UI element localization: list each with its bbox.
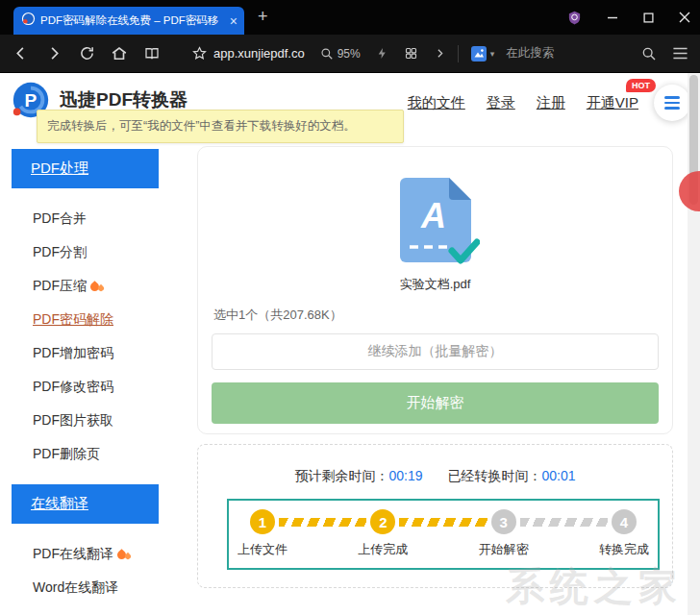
- sidebar-item-pdf-split[interactable]: PDF分割: [12, 235, 159, 269]
- hint-tooltip-text: 完成转换后，可至“我的文件”中查看并下载转换好的文档。: [47, 119, 356, 133]
- fire-icon: [117, 548, 131, 561]
- zoom-control[interactable]: 95%: [320, 47, 361, 61]
- file-panel: A 实验文档.pdf 选中1个（共207.68K） 继续添加（批量解密） 开始解…: [197, 146, 673, 434]
- add-more-button[interactable]: 继续添加（批量解密）: [212, 333, 659, 370]
- browser-titlebar: PDF密码解除在线免费 – PDF密码移 × +: [0, 0, 700, 35]
- step-label-4: 转换完成: [597, 541, 651, 558]
- shield-icon[interactable]: [567, 10, 582, 26]
- sidebar-item-pdf-change-password[interactable]: PDF修改密码: [12, 370, 159, 404]
- elapsed-time-value: 00:01: [542, 468, 576, 483]
- time-info: 预计剩余时间：00:19已经转换时间：00:01: [198, 468, 672, 485]
- minimize-button[interactable]: [607, 12, 618, 23]
- svg-text:P: P: [25, 90, 38, 111]
- tool-caret-icon[interactable]: ▾: [490, 49, 495, 59]
- site-favicon-icon: [21, 12, 36, 30]
- chevron-right-icon[interactable]: [434, 47, 446, 60]
- sidebar-section-translate[interactable]: 在线翻译: [12, 484, 159, 524]
- forward-icon[interactable]: [45, 44, 63, 62]
- remaining-time-label: 预计剩余时间：: [294, 468, 388, 483]
- close-button[interactable]: [679, 12, 690, 23]
- scrollbar-thumb[interactable]: [689, 75, 698, 205]
- apps-grid-icon[interactable]: [404, 46, 418, 61]
- sidebar-item-pdf-compress[interactable]: PDF压缩: [12, 269, 159, 303]
- svg-text:A: A: [420, 196, 446, 235]
- tab-close-icon[interactable]: ×: [230, 14, 238, 28]
- step-circle-4: 4: [612, 509, 637, 534]
- step-circle-2: 2: [370, 509, 395, 534]
- sidebar: PDF处理 PDF合并 PDF分割 PDF压缩 PDF密码解除 PDF增加密码 …: [12, 149, 159, 615]
- tab-title: PDF密码解除在线免费 – PDF密码移: [40, 13, 225, 28]
- nav-register[interactable]: 注册: [537, 94, 565, 112]
- bookmark-star-icon[interactable]: [191, 45, 208, 62]
- nav-login[interactable]: 登录: [487, 94, 515, 112]
- hint-tooltip: 完成转换后，可至“我的文件”中查看并下载转换好的文档。: [37, 110, 404, 143]
- back-icon[interactable]: [12, 44, 30, 62]
- reading-mode-icon[interactable]: [143, 45, 161, 62]
- step-circle-1: 1: [250, 509, 275, 534]
- browser-tab[interactable]: PDF密码解除在线免费 – PDF密码移 ×: [13, 7, 244, 35]
- zoom-magnifier-icon: [320, 47, 334, 61]
- step-circle-3: 3: [491, 509, 516, 534]
- progress-steps: 1 2 3 4 上传文件 上传完成 开始解密 转换完成: [227, 499, 660, 570]
- progress-bar-3: [520, 518, 608, 527]
- remaining-time-value: 00:19: [388, 468, 422, 483]
- fire-icon: [90, 280, 104, 293]
- image-tool-icon[interactable]: [470, 45, 488, 62]
- step-label-2: 上传完成: [356, 541, 410, 558]
- sidebar-item-pdf-merge[interactable]: PDF合并: [12, 202, 159, 235]
- web-page: P 迅捷PDF转换器 我的文件 登录 注册 开通VIP HOT 完成转换后，可至…: [0, 73, 700, 615]
- new-tab-icon[interactable]: +: [258, 8, 268, 25]
- top-nav: 我的文件 登录 注册 开通VIP HOT: [408, 94, 638, 112]
- site-menu-button[interactable]: [654, 85, 690, 121]
- nav-vip[interactable]: 开通VIP HOT: [587, 94, 638, 112]
- sidebar-item-pdf-remove-password[interactable]: PDF密码解除: [12, 303, 159, 336]
- nav-my-files[interactable]: 我的文件: [408, 94, 465, 112]
- hot-badge: HOT: [626, 79, 656, 92]
- selection-info: 选中1个（共207.68K）: [213, 307, 342, 324]
- home-icon[interactable]: [111, 45, 128, 62]
- search-input[interactable]: 在此搜索: [506, 45, 554, 62]
- search-icon[interactable]: [641, 46, 657, 62]
- refresh-icon[interactable]: [79, 45, 95, 62]
- file-name: 实验文档.pdf: [198, 276, 672, 293]
- browser-toolbar: app.xunjiepdf.co 95% ▾ 在此搜索: [0, 35, 700, 73]
- menu-icon[interactable]: [672, 46, 688, 61]
- page-scrollbar[interactable]: [688, 73, 700, 615]
- elapsed-time-label: 已经转换时间：: [448, 468, 542, 483]
- progress-bar-2: [399, 518, 487, 527]
- sidebar-item-pdf-add-password[interactable]: PDF增加密码: [12, 336, 159, 370]
- sidebar-item-pdf-extract-images[interactable]: PDF图片获取: [12, 404, 159, 437]
- progress-panel: 预计剩余时间：00:19已经转换时间：00:01 1 2 3 4 上传文件 上传…: [197, 444, 673, 588]
- sidebar-item-word-translate[interactable]: Word在线翻译: [12, 571, 159, 604]
- flash-icon[interactable]: [376, 46, 388, 61]
- maximize-button[interactable]: [643, 12, 654, 23]
- pdf-file-icon: A: [391, 174, 480, 272]
- sidebar-section-pdf[interactable]: PDF处理: [12, 149, 159, 188]
- address-bar[interactable]: app.xunjiepdf.co: [213, 46, 305, 61]
- sidebar-item-pdf-translate[interactable]: PDF在线翻译: [12, 537, 159, 571]
- sidebar-item-pdf-delete-pages[interactable]: PDF删除页: [12, 437, 159, 471]
- zoom-level: 95%: [338, 47, 361, 61]
- progress-bar-1: [279, 518, 366, 527]
- step-label-3: 开始解密: [477, 541, 531, 558]
- start-decrypt-button[interactable]: 开始解密: [212, 382, 659, 424]
- step-label-1: 上传文件: [236, 541, 289, 558]
- toolbar-divider: [458, 45, 459, 62]
